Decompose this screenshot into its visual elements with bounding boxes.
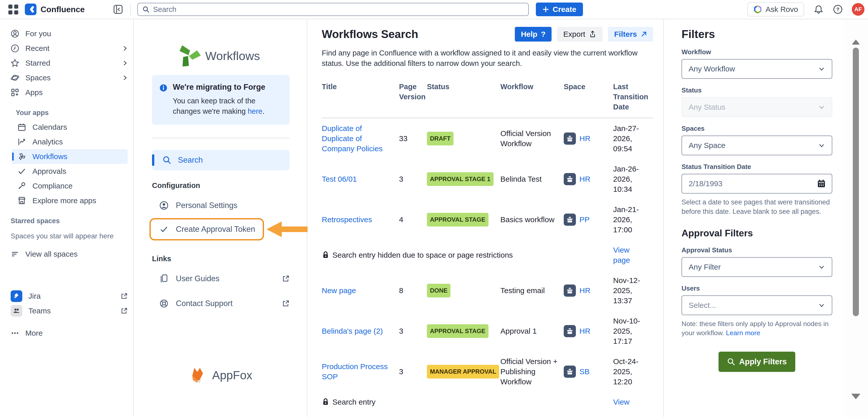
view-page-link[interactable]: View [613,398,629,406]
users-select[interactable]: Select... [682,295,832,315]
space-link[interactable]: HR [580,133,590,143]
workflow-name: Approval 1 [500,326,564,336]
filters-button[interactable]: Filters [608,27,653,41]
key-icon [17,182,26,191]
scroll-down-arrow[interactable] [851,394,860,399]
export-button[interactable]: Export [557,27,602,41]
workflows-logo: Workflows [175,42,289,69]
sidebar-item-workflows[interactable]: Workflows [12,149,128,164]
approval-status-select[interactable]: Any Filter [682,257,832,277]
page-title-link[interactable]: Retrospectives [322,215,372,224]
space-link[interactable]: HR [580,326,590,336]
external-link-icon [282,300,289,307]
arrow-up-right-icon [641,31,647,37]
scrollbar-thumb[interactable] [853,47,859,316]
space-avatar [564,173,576,185]
sidebar-item-more[interactable]: More [0,326,133,341]
sidebar-item-jira[interactable]: Jira [0,289,133,303]
space-link[interactable]: PP [580,215,590,225]
transition-date-input[interactable] [689,180,816,188]
sidebar-item-calendars[interactable]: Calendars [0,120,133,134]
col-workflow: Workflow [500,82,564,112]
space-link[interactable]: HR [580,286,590,296]
chevron-down-icon [818,104,825,111]
page-title-link[interactable]: Belinda's page (2) [322,327,383,335]
page-version: 3 [399,366,427,377]
approval-status-label: Approval Status [682,246,832,254]
panel-divider [152,138,289,138]
status-badge: DRAFT [427,132,454,146]
workflow-select[interactable]: Any Workflow [682,59,832,79]
sidebar-item-apps[interactable]: Apps [0,85,133,100]
filters-panel: Filters Workflow Any Workflow Status Any… [664,19,844,417]
pages-icon [159,274,169,284]
view-all-spaces-button[interactable]: View all spaces [0,247,133,261]
workflows-pinwheel-icon [175,42,202,69]
learn-more-link[interactable]: Learn more [726,329,760,337]
space-link[interactable]: SB [580,366,590,377]
global-search[interactable] [137,3,529,16]
app-switcher-icon[interactable] [8,4,19,15]
space-avatar [564,365,576,378]
confluence-app: Confluence Create [0,0,868,417]
page-title: Workflows Search [322,28,418,40]
contact-support-link[interactable]: Contact Support [152,294,289,313]
sidebar-item-teams[interactable]: Teams [0,303,133,318]
sidebar-item-analytics[interactable]: Analytics [0,134,133,149]
your-apps-label: Your apps [0,100,133,120]
page-title-link[interactable]: Production Process SOP [322,362,388,381]
user-guides-link[interactable]: User Guides [152,269,289,288]
space-link[interactable]: HR [580,174,590,184]
page-title-link[interactable]: Test 06/01 [322,175,357,183]
here-link[interactable]: here [248,107,262,115]
starred-spaces-empty-text: Spaces you star will appear here [0,228,133,240]
create-button[interactable]: Create [536,3,583,16]
help-button-top[interactable]: ? [833,5,843,14]
person-circle-icon [159,201,169,210]
sidebar-item-recent[interactable]: Recent [0,41,133,56]
transition-date: Jan-26-2026, 10:34 [613,164,654,194]
create-approval-token-item[interactable]: Create Approval Token [152,219,289,240]
personal-settings-item[interactable]: Personal Settings [152,196,289,215]
status-select: Any Status [682,97,832,117]
scroll-up-arrow[interactable] [852,39,860,44]
sidebar-item-compliance[interactable]: Compliance [0,179,133,193]
confluence-logo[interactable] [25,4,36,15]
apply-filters-button[interactable]: Apply Filters [718,352,796,372]
approval-filters-heading: Approval Filters [682,228,832,239]
transition-date-field[interactable] [682,174,832,194]
notifications-button[interactable] [814,5,824,14]
collapse-sidebar-icon [113,4,123,14]
spaces-filter-label: Spaces [682,125,832,132]
page-title-link[interactable]: New page [322,286,356,295]
sidebar-item-approvals[interactable]: Approvals [0,164,133,179]
panel-search-item[interactable]: Search [152,150,289,170]
teams-icon [11,305,22,317]
view-page-link[interactable]: View page [613,246,630,264]
annotation-arrow [267,221,308,237]
help-button[interactable]: Help? [515,27,552,41]
table-row: Production Process SOP 3 MANAGER APPROVA… [322,351,653,392]
avatar[interactable]: AF [852,3,864,16]
spaces-select[interactable]: Any Space [682,135,832,155]
search-input[interactable] [153,5,524,14]
col-title: Title [322,82,399,112]
external-link-icon [121,293,128,300]
sidebar-item-starred[interactable]: Starred [0,56,133,70]
space-avatar [564,132,576,145]
chevron-down-icon [818,65,825,72]
sidebar-item-spaces[interactable]: Spaces [0,70,133,85]
sidebar-item-for-you[interactable]: For you [0,26,133,41]
page-version: 8 [399,286,427,296]
transition-date: Nov-12-2025, 13:37 [613,276,654,306]
workflow-name: Official Version + Publishing Workflow [500,356,564,387]
status-badge: APPROVAL STAGE [427,213,489,226]
page-title-link[interactable]: Duplicate of Duplicate of Company Polici… [322,124,382,153]
collapse-sidebar-button[interactable] [113,4,124,15]
transition-date-label: Status Transition Date [682,163,832,171]
ask-rovo-button[interactable]: Ask Rovo [747,2,804,17]
page-version: 3 [399,174,427,184]
rovo-icon [753,5,762,14]
transition-date-help: Select a date to see pages that were tra… [682,198,832,216]
sidebar-item-explore-more-apps[interactable]: Explore more apps [0,193,133,208]
